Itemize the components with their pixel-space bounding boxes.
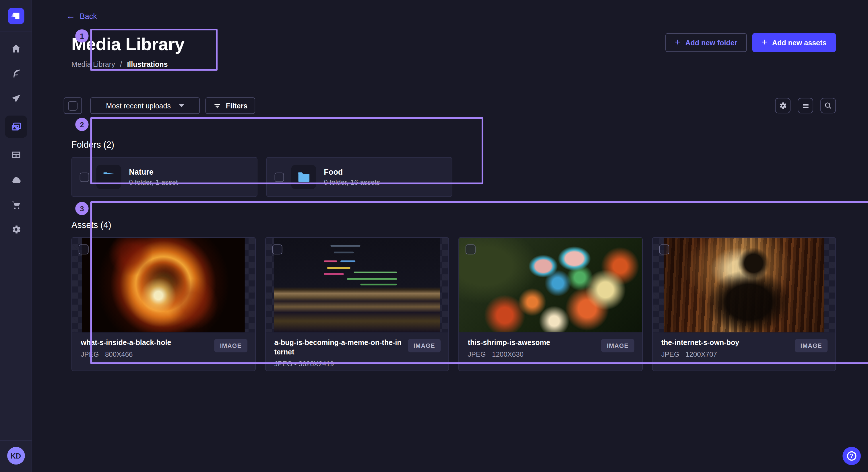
folders-heading: Folders (2) [71, 140, 836, 150]
sidebar-item-cloud[interactable] [5, 172, 27, 188]
asset-meta: JPEG - 3628X2419 [274, 360, 403, 368]
asset-type-badge: IMAGE [601, 339, 634, 352]
avatar[interactable]: KD [7, 447, 25, 465]
app-window: KD ← Back Media Library Media Library / … [0, 0, 868, 472]
black-hole-photo [82, 237, 245, 332]
asset-meta: JPEG - 1200X707 [661, 351, 739, 359]
asset-type-badge: IMAGE [408, 339, 441, 352]
back-link[interactable]: ← Back [66, 11, 97, 21]
folder-card-food[interactable]: Food 0 folder, 16 assets [267, 157, 453, 197]
folder-card-nature[interactable]: Nature 0 folder, 1 asset [71, 157, 257, 197]
filter-icon [213, 102, 221, 110]
folder-name: Nature [129, 167, 178, 176]
add-new-folder-button[interactable]: + Add new folder [665, 33, 747, 52]
asset-checkbox[interactable] [466, 244, 476, 255]
asset-type-badge: IMAGE [214, 339, 247, 352]
chevron-down-icon [179, 104, 184, 107]
folder-checkbox[interactable] [275, 172, 284, 182]
plus-icon: + [762, 38, 767, 47]
strapi-logo-mark [7, 8, 24, 24]
asset-row: what-s-inside-a-black-hole JPEG - 800X46… [71, 237, 836, 371]
asset-footer: this-shrimp-is-awesome JPEG - 1200X630 I… [459, 332, 642, 371]
list-icon [801, 102, 810, 110]
add-new-folder-label: Add new folder [685, 38, 737, 47]
main-content: ← Back Media Library Media Library / Ill… [32, 0, 868, 472]
sidebar-footer: KD [0, 440, 32, 472]
asset-checkbox[interactable] [659, 244, 669, 255]
sort-select[interactable]: Most recent uploads [90, 97, 200, 114]
sort-select-value: Most recent uploads [106, 102, 171, 110]
asset-card-bug-meme[interactable]: a-bug-is-becoming-a-meme-on-the-internet… [265, 237, 449, 371]
add-new-assets-label: Add new assets [772, 38, 827, 47]
asset-type-badge: IMAGE [795, 339, 828, 352]
asset-card-black-hole[interactable]: what-s-inside-a-black-hole JPEG - 800X46… [71, 237, 255, 371]
toolbar-right [775, 98, 836, 113]
mantis-shrimp-photo [459, 237, 642, 332]
sidebar-item-settings[interactable] [5, 222, 27, 237]
asset-footer: what-s-inside-a-black-hole JPEG - 800X46… [72, 332, 255, 371]
asset-card-internets-own-boy[interactable]: the-internet-s-own-boy JPEG - 1200X707 I… [652, 237, 836, 371]
breadcrumb-current: Illustrations [127, 60, 167, 69]
sidebar-item-purchase[interactable] [5, 197, 27, 212]
search-button[interactable] [820, 98, 836, 113]
strapi-logo[interactable] [7, 8, 24, 24]
asset-footer: a-bug-is-becoming-a-meme-on-the-internet… [266, 332, 448, 371]
asset-thumbnail-area [459, 238, 642, 332]
add-new-assets-button[interactable]: + Add new assets [752, 33, 836, 52]
select-all-button[interactable] [64, 97, 82, 114]
feather-icon [10, 68, 22, 79]
asset-meta: JPEG - 800X466 [81, 351, 172, 359]
assets-section: Assets (4) what-s-inside-a-black-hole JP… [64, 220, 836, 371]
sidebar-item-media-library[interactable] [5, 115, 27, 138]
filters-button[interactable]: Filters [205, 97, 255, 114]
folder-icon-box [96, 165, 121, 189]
laptop-code-photo [274, 237, 440, 332]
breadcrumb: Media Library / Illustrations [71, 60, 185, 69]
settings-icon [778, 101, 787, 110]
asset-thumbnail-area [652, 238, 835, 332]
sidebar-footer-divider [0, 440, 32, 441]
cloud-icon [10, 174, 22, 186]
folder-icon-box [291, 165, 316, 189]
folder-row: Nature 0 folder, 1 asset Food 0 folder, … [71, 157, 836, 197]
paper-plane-icon [10, 93, 22, 104]
sidebar-nav [5, 41, 27, 237]
sidebar-item-deploy[interactable] [5, 91, 27, 106]
sidebar: KD [0, 0, 32, 472]
breadcrumb-parent[interactable]: Media Library [71, 60, 115, 69]
filters-label: Filters [226, 102, 247, 110]
folder-meta: 0 folder, 16 assets [324, 179, 380, 187]
header-actions: + Add new folder + Add new assets [665, 33, 836, 52]
sidebar-divider [0, 32, 32, 32]
plus-icon: + [675, 38, 680, 47]
toolbar: Most recent uploads Filters [64, 97, 836, 114]
cart-icon [10, 199, 22, 210]
sidebar-item-content-manager[interactable] [5, 147, 27, 163]
asset-checkbox[interactable] [272, 244, 282, 255]
folder-text: Food 0 folder, 16 assets [324, 167, 380, 187]
asset-title: this-shrimp-is-awesome [468, 338, 550, 348]
sidebar-item-home[interactable] [5, 41, 27, 57]
gear-icon [10, 224, 22, 235]
assets-heading: Assets (4) [71, 220, 836, 230]
home-icon [10, 43, 22, 54]
sidebar-item-content-type-builder[interactable] [5, 66, 27, 81]
asset-card-shrimp[interactable]: this-shrimp-is-awesome JPEG - 1200X630 I… [458, 237, 642, 371]
back-label: Back [80, 11, 97, 20]
asset-checkbox[interactable] [79, 244, 89, 255]
list-view-button[interactable] [798, 98, 813, 113]
question-mark-icon: ? [847, 451, 857, 461]
asset-thumbnail-area [72, 238, 255, 332]
asset-title: a-bug-is-becoming-a-meme-on-the-internet [274, 338, 403, 357]
asset-title: what-s-inside-a-black-hole [81, 338, 172, 348]
media-settings-button[interactable] [775, 98, 790, 113]
content-manager-icon [10, 149, 22, 161]
folder-icon [100, 169, 117, 185]
help-button[interactable]: ? [842, 447, 861, 465]
title-block: Media Library Media Library / Illustrati… [64, 29, 192, 75]
asset-thumbnail-area [266, 238, 448, 332]
header-row: Media Library Media Library / Illustrati… [64, 29, 836, 75]
folder-checkbox[interactable] [80, 172, 89, 182]
search-icon [824, 101, 833, 110]
select-all-checkbox[interactable] [68, 101, 78, 110]
